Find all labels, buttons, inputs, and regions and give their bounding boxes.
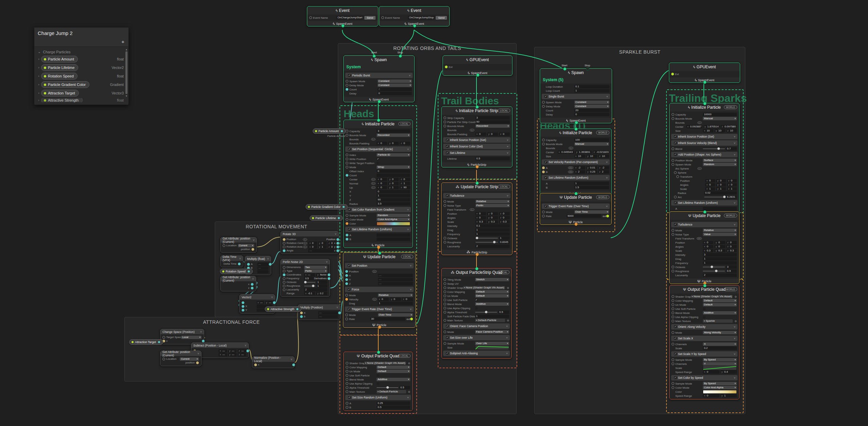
port[interactable]: [672, 331, 674, 334]
dropdown[interactable]: Relative: [475, 200, 510, 203]
port[interactable]: [346, 218, 348, 221]
slider-knob[interactable]: [715, 270, 717, 272]
port[interactable]: [162, 336, 165, 339]
value-field[interactable]: 30: [370, 317, 405, 321]
checkbox-icon[interactable]: ✓: [446, 352, 449, 355]
dropdown[interactable]: Over Time: [574, 210, 609, 214]
port[interactable]: [345, 314, 348, 316]
dropdown[interactable]: Default: [703, 303, 737, 306]
blackboard-param-attractive-strength[interactable]: ›Attractive Strengthfloat: [36, 98, 124, 102]
chevron-down-icon[interactable]: ˅: [507, 194, 508, 197]
port[interactable]: [672, 266, 674, 268]
checkbox-icon[interactable]: ✓: [446, 145, 449, 148]
node-header[interactable]: ⁂Update Particle StripLOCAL: [441, 183, 512, 191]
vector-component[interactable]: y 0: [390, 298, 401, 301]
object-picker-icon[interactable]: ⊙: [734, 295, 737, 298]
value-field[interactable]: [257, 270, 268, 273]
port[interactable]: [346, 158, 348, 160]
flow-output-port[interactable]: [575, 121, 578, 124]
port[interactable]: [345, 274, 348, 277]
port[interactable]: [672, 316, 674, 318]
port[interactable]: [242, 309, 244, 312]
dropdown[interactable]: Current: [180, 357, 199, 361]
dropdown[interactable]: Default: [377, 366, 410, 369]
checkbox[interactable]: [475, 282, 478, 285]
chevron-down-icon[interactable]: ˅: [734, 337, 735, 340]
block-subpixel-anti-aliasing[interactable]: ✓Subpixel Anti-Aliasing˅: [443, 351, 510, 356]
dropdown[interactable]: Constant: [574, 105, 609, 108]
output-port[interactable]: [251, 283, 254, 286]
vector-component[interactable]: y 0: [714, 245, 725, 248]
chevron-down-icon[interactable]: ˅: [606, 176, 608, 179]
port[interactable]: [247, 263, 250, 266]
port[interactable]: [283, 238, 285, 241]
vector-component[interactable]: y 1.870514: [704, 125, 720, 128]
port[interactable]: [346, 234, 348, 236]
port[interactable]: [283, 266, 285, 269]
param-particle-lifetime-pill[interactable]: Particle Lifetime: [310, 215, 343, 221]
port[interactable]: [672, 303, 674, 306]
value-field[interactable]: [377, 174, 410, 177]
checkbox-icon[interactable]: ✓: [348, 288, 350, 291]
dropdown[interactable]: X: [703, 342, 737, 346]
value-field[interactable]: [377, 237, 410, 241]
checkbox-icon[interactable]: ✓: [674, 337, 677, 340]
slider-track[interactable]: [475, 242, 498, 243]
node-output-particle-quad-trailing[interactable]: ΨOutput Particle QuadWORLDShader Graph▪ …: [669, 285, 740, 400]
vector-component[interactable]: y 1: [318, 245, 327, 249]
block-turbulence[interactable]: ✓Turbulence˅: [671, 222, 737, 227]
param-pill[interactable]: Particle Amount: [41, 56, 78, 63]
node-header[interactable]: ΨUpdate ParticleWORLD: [670, 212, 739, 220]
vector-component[interactable]: y 0: [487, 212, 498, 215]
port[interactable]: [346, 370, 348, 373]
slider-track[interactable]: [703, 267, 725, 267]
block-set-lifetime[interactable]: ✓Set Lifetime˅: [443, 150, 510, 156]
block-set-velocity-random-per-component[interactable]: ✓Set Velocity Random (Per-component)˅: [542, 159, 610, 165]
node-header[interactable]: ϟGPUEvent: [443, 56, 512, 64]
port[interactable]: [444, 278, 446, 281]
block-set-size-random-uniform[interactable]: ✓Set Size Random (Uniform)˅: [345, 395, 411, 400]
port[interactable]: [444, 307, 446, 309]
blackboard-param-rotation-speed[interactable]: ›Rotation Speedfloat: [36, 73, 124, 79]
slider-value[interactable]: 0.5: [399, 386, 410, 389]
output-port[interactable]: [238, 263, 241, 265]
value-field[interactable]: 2: [703, 273, 737, 277]
port[interactable]: [283, 285, 285, 287]
value-field[interactable]: 1: [703, 257, 737, 261]
slider-track[interactable]: [304, 286, 315, 286]
port[interactable]: [672, 295, 674, 298]
node-header[interactable]: ΨUpdate ParticleLOCAL: [343, 253, 415, 261]
port[interactable]: [674, 196, 677, 198]
value-field[interactable]: OnChargeJumpStop: [408, 16, 435, 19]
port[interactable]: [346, 130, 348, 132]
checkbox[interactable]: [703, 316, 706, 318]
port[interactable]: [672, 147, 674, 150]
node-header[interactable]: Subtract (Position - Local): [191, 343, 248, 348]
asset-field[interactable]: ▪ None (Shader Graph Vfx Asset): [691, 295, 733, 298]
vector-component[interactable]: x —: [219, 349, 227, 353]
dropdown[interactable]: Default: [377, 370, 410, 373]
output-port[interactable]: [269, 263, 272, 266]
vector-component[interactable]: z —: [238, 353, 246, 356]
block-set-lifetime-random-uniform[interactable]: ✓Set Lifetime Random (Uniform)˅: [345, 227, 411, 232]
value-field[interactable]: 1: [475, 228, 510, 232]
checkbox-icon[interactable]: ✓: [446, 139, 449, 141]
output-port[interactable]: [338, 217, 340, 219]
param-rotation-speed-pill[interactable]: Rotation Speed: [220, 269, 253, 274]
output-port[interactable]: [251, 248, 254, 251]
node-header[interactable]: ΨOutput Particle QuadLOCAL: [344, 352, 413, 360]
vector-component[interactable]: y 0.01: [586, 166, 597, 170]
vector-component[interactable]: y 10: [714, 129, 725, 132]
port[interactable]: [444, 241, 446, 244]
value-field[interactable]: 0.1: [574, 85, 609, 88]
checkbox-icon[interactable]: ✓: [674, 325, 677, 328]
slider-knob[interactable]: [476, 237, 478, 239]
dropdown[interactable]: Particle ID: [377, 153, 410, 157]
vector-component[interactable]: y 10: [586, 155, 597, 158]
dropdown[interactable]: Recorded: [377, 134, 410, 137]
node-get-attribute-position-1[interactable]: Get Attribute: position (Current)Locatio…: [220, 237, 257, 253]
vector-component[interactable]: x 0: [308, 245, 317, 249]
node-header[interactable]: ΨUpdate ParticleWORLD: [540, 193, 611, 201]
vector-component[interactable]: x —: [219, 353, 227, 356]
vector-component[interactable]: y 0: [487, 216, 498, 219]
